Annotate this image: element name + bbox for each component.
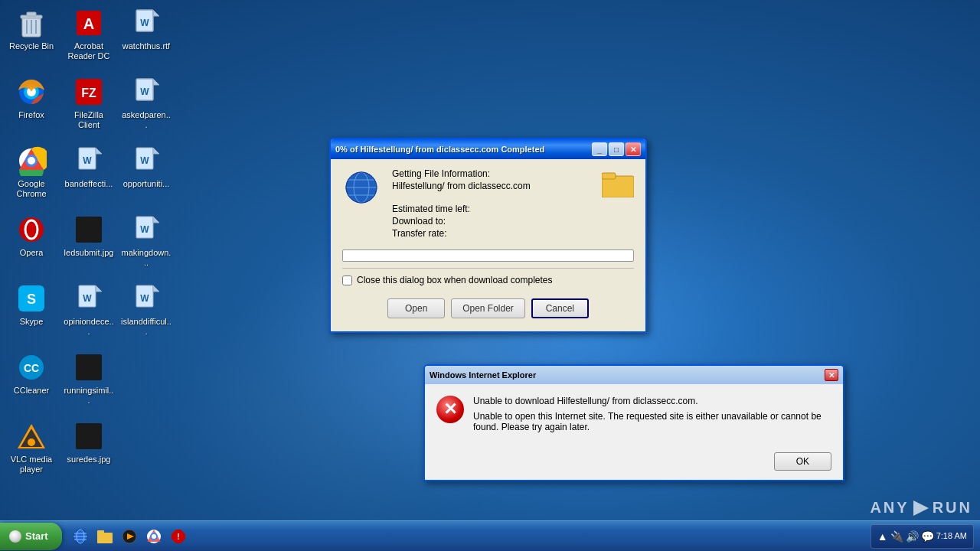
svg-rect-66 xyxy=(97,530,104,534)
opera-icon[interactable]: Opera xyxy=(4,210,59,279)
ie-error-dialog: Windows Internet Explorer ✕ ✕ Unable to … xyxy=(423,364,844,481)
audio-tray-icon[interactable]: 🔊 xyxy=(906,530,919,543)
error-message1: Unable to download Hilfestellung/ from d… xyxy=(473,396,831,406)
restore-button[interactable]: □ xyxy=(609,142,624,156)
surede-icon[interactable]: suredes.jpg xyxy=(61,417,116,486)
error-icon: ✕ xyxy=(436,396,464,423)
runningsimil-icon[interactable]: runningsimil... xyxy=(61,348,116,417)
svg-text:W: W xyxy=(140,293,149,304)
svg-rect-32 xyxy=(76,217,102,243)
notification-tray-icon[interactable]: 💬 xyxy=(921,530,934,543)
download-info: Getting File Information: Hilfestellung/… xyxy=(392,168,583,240)
start-button[interactable]: Start xyxy=(0,523,62,550)
close-on-complete-label: Close this dialog box when download comp… xyxy=(357,275,553,285)
error-message2: Unable to open this Internet site. The r… xyxy=(473,411,831,432)
open-folder-button[interactable]: Open Folder xyxy=(451,298,525,318)
download-dialog-title: 0% of Hilfestellung/ from diclassecc.com… xyxy=(335,145,592,154)
svg-rect-46 xyxy=(76,354,102,380)
svg-point-23 xyxy=(28,157,35,165)
checkbox-row: Close this dialog box when download comp… xyxy=(342,275,634,285)
svg-marker-9 xyxy=(153,10,159,16)
svg-marker-59 xyxy=(913,500,929,516)
arrow-up-tray-icon[interactable]: ▲ xyxy=(877,530,888,543)
svg-marker-18 xyxy=(153,79,159,85)
download-dialog-titlebar: 0% of Hilfestellung/ from diclassecc.com… xyxy=(331,139,645,159)
download-dialog-buttons: Open Open Folder Cancel xyxy=(342,295,634,322)
taskbar-right: ▲ 🔌 🔊 💬 7:18 AM xyxy=(864,524,980,549)
ledsubmit-icon[interactable]: ledsubmit.jpg xyxy=(61,210,116,279)
close-on-complete-checkbox[interactable] xyxy=(342,276,352,285)
cancel-button[interactable]: Cancel xyxy=(531,298,589,318)
watchthus-icon[interactable]: W watchthus.rtf xyxy=(119,4,174,73)
acrobat-icon[interactable]: A Acrobat Reader DC xyxy=(61,4,116,73)
clock: 7:18 AM xyxy=(936,530,967,541)
filezilla-icon[interactable]: FZ FileZilla Client xyxy=(61,73,116,142)
svg-rect-65 xyxy=(97,533,113,543)
askedparen-label: askedparen... xyxy=(121,110,172,130)
firefox-icon[interactable]: Firefox xyxy=(4,73,59,142)
svg-point-71 xyxy=(152,534,156,539)
bandeffect-icon[interactable]: W bandeffecti... xyxy=(61,142,116,210)
ie-error-titlebar: Windows Internet Explorer ✕ xyxy=(425,366,843,384)
download-to-label: Download to: xyxy=(392,216,583,227)
svg-text:W: W xyxy=(83,155,92,166)
close-button[interactable]: ✕ xyxy=(626,142,641,156)
anyrun-text2: RUN xyxy=(933,499,972,517)
folder-taskbar-icon[interactable] xyxy=(94,526,116,547)
chrome-icon[interactable]: Google Chrome xyxy=(4,142,59,210)
watchthus-label: watchthus.rtf xyxy=(122,41,170,51)
download-dialog: 0% of Hilfestellung/ from diclassecc.com… xyxy=(329,138,647,333)
bandeffect-label: bandeffecti... xyxy=(65,179,113,189)
ledsubmit-label: ledsubmit.jpg xyxy=(64,248,114,258)
surede-label: suredes.jpg xyxy=(67,455,111,465)
svg-point-49 xyxy=(28,439,35,446)
svg-text:CC: CC xyxy=(24,362,39,374)
vlc-icon[interactable]: VLC media player xyxy=(4,417,59,486)
chrome-taskbar-icon[interactable] xyxy=(143,526,165,547)
svg-text:W: W xyxy=(140,86,149,97)
network-tray-icon[interactable]: 🔌 xyxy=(890,530,903,543)
svg-text:S: S xyxy=(27,292,36,307)
islanddifficul-icon[interactable]: W islanddifficul... xyxy=(119,279,174,348)
media-taskbar-icon[interactable] xyxy=(119,526,140,547)
makingdown-icon[interactable]: W makingdown... xyxy=(119,210,174,279)
svg-marker-25 xyxy=(96,148,102,154)
play-icon xyxy=(913,500,929,516)
getting-file-label: Getting File Information: xyxy=(392,168,583,179)
anyrun-watermark: ANY RUN xyxy=(870,499,972,517)
svg-rect-2 xyxy=(27,12,36,16)
ie-error-title: Windows Internet Explorer xyxy=(430,370,825,380)
taskbar-quick-launch: ! xyxy=(66,526,193,547)
ie-taskbar-icon[interactable] xyxy=(70,526,91,547)
chrome-label: Google Chrome xyxy=(6,179,57,199)
desktop: Recycle Bin A Acrobat Reader DC W watc xyxy=(0,0,980,551)
desktop-icons: Recycle Bin A Acrobat Reader DC W watc xyxy=(4,4,176,486)
svg-text:!: ! xyxy=(177,533,179,541)
ie-close-button[interactable]: ✕ xyxy=(825,369,838,381)
islanddifficul-label: islanddifficul... xyxy=(121,317,172,337)
ie-error-body: ✕ Unable to download Hilfestellung/ from… xyxy=(425,384,843,448)
download-dialog-body: Getting File Information: Hilfestellung/… xyxy=(331,159,645,331)
file-name-text: Hilfestellung/ from diclassecc.com xyxy=(392,181,583,191)
opiniondece-icon[interactable]: W opiniondece... xyxy=(61,279,116,348)
system-tray: ▲ 🔌 🔊 💬 7:18 AM xyxy=(871,524,974,549)
svg-marker-34 xyxy=(153,217,159,223)
progress-bar xyxy=(342,249,634,262)
minimize-button[interactable]: _ xyxy=(592,142,607,156)
ccleaner-icon[interactable]: CC CCleaner xyxy=(4,348,59,417)
taskbar: Start xyxy=(0,520,980,551)
skype-icon[interactable]: S Skype xyxy=(4,279,59,348)
stop-taskbar-icon[interactable]: ! xyxy=(168,526,189,547)
recycle-bin-label: Recycle Bin xyxy=(9,41,54,51)
recycle-bin-icon[interactable]: Recycle Bin xyxy=(4,4,59,73)
ie-error-buttons: OK xyxy=(425,448,843,480)
askedparen-icon[interactable]: W askedparen... xyxy=(119,73,174,142)
ok-button[interactable]: OK xyxy=(774,452,831,471)
error-text: Unable to download Hilfestellung/ from d… xyxy=(473,396,831,437)
open-button[interactable]: Open xyxy=(387,298,445,318)
skype-label: Skype xyxy=(20,317,44,327)
svg-text:W: W xyxy=(140,18,149,28)
firefox-label: Firefox xyxy=(18,110,44,120)
svg-rect-58 xyxy=(602,173,616,179)
opportuniti-icon[interactable]: W opportuniti... xyxy=(119,142,174,210)
